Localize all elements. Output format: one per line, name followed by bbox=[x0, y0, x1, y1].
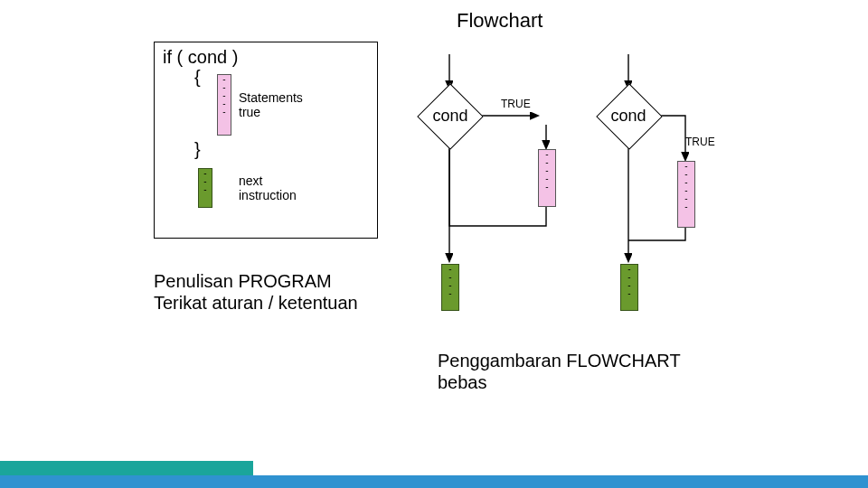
left-caption-2: Terikat aturan / ketentuan bbox=[154, 293, 358, 314]
footer-blue-bar bbox=[0, 475, 868, 488]
diamond-1-label: cond bbox=[431, 107, 469, 126]
footer-teal-bar bbox=[0, 461, 253, 475]
code-next-label1: next bbox=[239, 174, 262, 188]
code-statements-label1: Statements bbox=[239, 90, 303, 105]
code-next-label2: instruction bbox=[239, 188, 297, 202]
left-caption-1: Penulisan PROGRAM bbox=[154, 271, 332, 292]
arrows-svg bbox=[0, 0, 868, 488]
code-if-line: if ( cond ) bbox=[163, 47, 238, 68]
code-open-brace: { bbox=[194, 67, 201, 88]
diamond-2-label: cond bbox=[609, 107, 647, 126]
flow1-pink: ----- bbox=[538, 149, 556, 207]
flow1-green: ---- bbox=[441, 264, 459, 311]
flow2-pink: ------ bbox=[677, 161, 695, 228]
code-statements-label2: true bbox=[239, 105, 260, 119]
page-title: Flowchart bbox=[457, 9, 542, 33]
right-caption-2: bebas bbox=[438, 372, 487, 393]
code-box bbox=[154, 42, 378, 239]
code-close-brace: } bbox=[194, 139, 201, 160]
true-label-1: TRUE bbox=[501, 98, 531, 110]
right-caption-1: Penggambaran FLOWCHART bbox=[438, 351, 681, 371]
true-label-2: TRUE bbox=[685, 136, 715, 148]
code-green-dashes: --- bbox=[198, 168, 212, 208]
flow2-green: ---- bbox=[620, 264, 638, 311]
code-pink-dashes: ----- bbox=[217, 74, 231, 136]
